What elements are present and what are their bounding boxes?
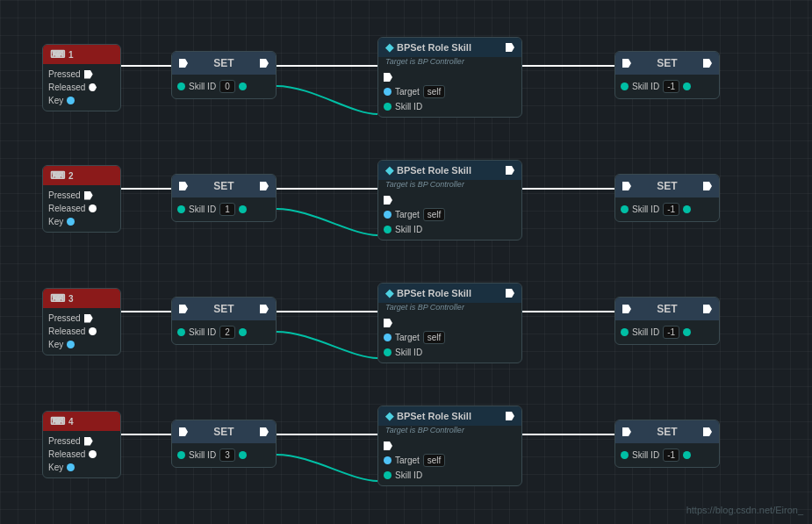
input-node-4-label: 4 xyxy=(68,417,74,427)
set2-skillid-row-r4: Skill ID -1 xyxy=(615,447,719,463)
input-node-3-label: 3 xyxy=(68,294,74,304)
pressed-label-3: Pressed xyxy=(48,313,81,323)
bpset-subtitle-r1: Target is BP Controller xyxy=(378,57,521,68)
bpset-target-label-r3: Target xyxy=(395,333,420,342)
pin-row-pressed-4: Pressed xyxy=(43,434,120,448)
bpset-exec-in-row-r3 xyxy=(378,317,521,329)
set2-skillid-out-r3 xyxy=(683,328,691,336)
set2-skillid-out-r1 xyxy=(683,83,691,90)
set1-skillid-row-r3: Skill ID 2 xyxy=(172,324,276,341)
pin-row-key-1: Key xyxy=(43,94,120,107)
pin-row-key-3: Key xyxy=(43,338,120,351)
set-node-2-row3: SET Skill ID -1 xyxy=(614,297,720,345)
input-node-3-header: ⌨ 3 xyxy=(43,289,120,308)
released-label-1: Released xyxy=(48,83,85,92)
bpset-target-row-r1: Target self xyxy=(378,83,521,100)
bpset-exec-out-r3 xyxy=(506,289,514,298)
bpset-subtitle-r3: Target is BP Controller xyxy=(378,303,521,313)
set2-exec-out-r3 xyxy=(703,305,712,313)
pressed-pin-1 xyxy=(84,70,93,79)
bp-icon-r2: ◆ xyxy=(385,164,393,176)
set1-skillid-label-r1: Skill ID xyxy=(189,82,216,91)
input-node-1-header: ⌨ 1 xyxy=(43,45,120,64)
set2-skillid-val-r4: -1 xyxy=(663,449,679,462)
input-node-3: ⌨ 3 Pressed Released Key xyxy=(42,288,121,355)
set1-skillid-val-r3: 2 xyxy=(219,326,235,339)
pin-row-key-2: Key xyxy=(43,215,120,228)
bpset-skillid-pin-r2 xyxy=(384,226,392,233)
key-pin-3 xyxy=(67,341,75,348)
set2-skillid-row-r1: Skill ID -1 xyxy=(615,78,719,95)
bpset-target-pin-r2 xyxy=(384,211,392,219)
set2-skillid-label-r3: Skill ID xyxy=(632,327,659,337)
set-node-2-row2: SET Skill ID -1 xyxy=(614,174,720,222)
set2-skillid-val-r1: -1 xyxy=(663,80,679,93)
set2-skillid-row-r3: Skill ID -1 xyxy=(615,324,719,341)
set2-header-r2: SET xyxy=(615,175,719,197)
bpset-target-row-r2: Target self xyxy=(378,206,521,223)
set-node-1-row2: SET Skill ID 1 xyxy=(171,174,277,222)
set1-skillid-pin-r1 xyxy=(177,83,185,90)
bpset-node-row4: ◆ BPSet Role Skill Target is BP Controll… xyxy=(377,406,522,486)
bp-icon-r4: ◆ xyxy=(385,410,393,422)
bpset-node-row2: ◆ BPSet Role Skill Target is BP Controll… xyxy=(377,160,522,240)
set1-skillid-pin-r4 xyxy=(177,451,185,459)
bpset-target-row-r3: Target self xyxy=(378,329,521,346)
input-node-2: ⌨ 2 Pressed Released Key xyxy=(42,165,121,233)
pin-row-released-4: Released xyxy=(43,448,120,461)
set1-skillid-val-r1: 0 xyxy=(219,80,235,93)
released-pin-3 xyxy=(89,327,97,335)
set1-header-r2: SET xyxy=(172,175,276,197)
set2-label-r2: SET xyxy=(635,178,700,194)
pin-row-key-4: Key xyxy=(43,461,120,474)
set2-header-r4: SET xyxy=(615,420,719,443)
pin-row-released-1: Released xyxy=(43,81,120,94)
released-pin-1 xyxy=(89,83,97,91)
pin-row-released-3: Released xyxy=(43,325,120,338)
set2-skillid-pin-r1 xyxy=(621,83,629,90)
bpset-exec-in-r1 xyxy=(384,73,392,82)
bpset-target-val-r1: self xyxy=(423,85,446,98)
key-label-2: Key xyxy=(48,217,63,226)
bpset-header-r1: ◆ BPSet Role Skill xyxy=(378,38,521,57)
set1-header-r4: SET xyxy=(172,420,276,443)
bpset-target-pin-r3 xyxy=(384,334,392,341)
watermark: https://blog.csdn.net/Eiron_ xyxy=(686,505,803,515)
bp-icon-r1: ◆ xyxy=(385,41,393,54)
set-node-2-row4: SET Skill ID -1 xyxy=(614,420,720,468)
bpset-target-pin-r1 xyxy=(384,88,392,96)
released-label-2: Released xyxy=(48,204,85,213)
bpset-skillid-row-r1: Skill ID xyxy=(378,100,521,113)
set2-exec-out-r2 xyxy=(703,182,712,190)
key-pin-4 xyxy=(67,463,75,471)
input-node-2-label: 2 xyxy=(68,171,74,181)
pin-row-pressed-2: Pressed xyxy=(43,189,120,202)
set1-skillid-row-r1: Skill ID 0 xyxy=(172,78,276,95)
set1-skillid-label-r3: Skill ID xyxy=(189,327,216,337)
bpset-subtitle-r4: Target is BP Controller xyxy=(378,426,521,436)
bpset-skillid-label-r4: Skill ID xyxy=(395,470,422,480)
bpset-header-r3: ◆ BPSet Role Skill xyxy=(378,284,521,303)
bpset-target-label-r2: Target xyxy=(395,210,420,219)
input-node-1: ⌨ 1 Pressed Released Key xyxy=(42,44,121,111)
set2-header-r3: SET xyxy=(615,298,719,320)
set1-exec-out-r3 xyxy=(260,305,269,313)
bpset-node-row1: ◆ BPSet Role Skill Target is BP Controll… xyxy=(377,37,522,118)
set1-exec-in-r3 xyxy=(179,305,188,313)
set2-label-r4: SET xyxy=(635,424,700,440)
set1-exec-in-r1 xyxy=(179,59,188,68)
bpset-skillid-pin-r4 xyxy=(384,471,392,479)
set2-skillid-row-r2: Skill ID -1 xyxy=(615,201,719,218)
input-node-4-header: ⌨ 4 xyxy=(43,412,120,431)
bpset-label-r1: BPSet Role Skill xyxy=(397,42,471,53)
input-node-1-label: 1 xyxy=(68,50,74,60)
set1-skillid-row-r2: Skill ID 1 xyxy=(172,201,276,218)
bpset-exec-out-r1 xyxy=(506,43,514,52)
set1-skillid-val-r4: 3 xyxy=(219,449,235,462)
set2-skillid-val-r3: -1 xyxy=(663,326,679,339)
set1-exec-in-r2 xyxy=(179,182,188,190)
set2-exec-out-r1 xyxy=(703,59,712,68)
bpset-skillid-row-r4: Skill ID xyxy=(378,469,521,482)
set1-header-r3: SET xyxy=(172,298,276,320)
bpset-label-r4: BPSet Role Skill xyxy=(397,411,471,421)
